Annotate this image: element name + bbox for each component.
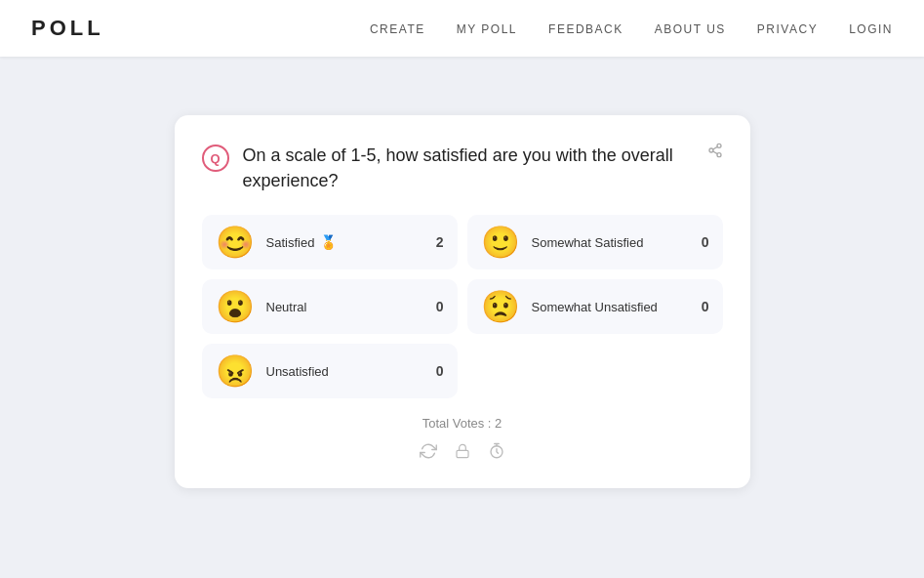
question-header: Q On a scale of 1-5, how satisfied are y… bbox=[202, 143, 723, 193]
svg-rect-5 bbox=[457, 451, 468, 458]
emoji-unsatisfied: 😠 bbox=[216, 355, 255, 387]
refresh-icon[interactable] bbox=[420, 442, 437, 465]
winner-badge-satisfied: 🏅 bbox=[320, 234, 337, 250]
count-somewhat-satisfied: 0 bbox=[702, 234, 709, 250]
nav-link-about-us[interactable]: ABOUT US bbox=[655, 22, 726, 36]
label-somewhat-satisfied: Somewhat Satisfied bbox=[532, 235, 644, 250]
timer-icon[interactable] bbox=[488, 442, 505, 465]
emoji-neutral: 😮 bbox=[216, 291, 255, 322]
label-wrap-neutral: Neutral bbox=[266, 300, 424, 314]
total-votes: Total Votes : 2 bbox=[202, 416, 723, 431]
main-content: Q On a scale of 1-5, how satisfied are y… bbox=[0, 57, 924, 527]
option-satisfied: 😊 Satisfied 🏅 2 bbox=[202, 215, 458, 269]
count-unsatisfied: 0 bbox=[436, 363, 444, 379]
options-grid: 😊 Satisfied 🏅 2 🙂 Somewhat Satisfied 0 😮 bbox=[202, 215, 723, 398]
svg-line-4 bbox=[712, 146, 717, 149]
poll-action-icons bbox=[202, 442, 723, 465]
label-wrap-somewhat-unsatisfied: Somewhat Unsatisfied bbox=[532, 300, 690, 314]
nav-link-my-poll[interactable]: MY POLL bbox=[457, 22, 517, 36]
label-somewhat-unsatisfied: Somewhat Unsatisfied bbox=[532, 300, 658, 314]
share-icon[interactable] bbox=[707, 143, 723, 162]
emoji-somewhat-satisfied: 🙂 bbox=[481, 227, 520, 258]
label-wrap-somewhat-satisfied: Somewhat Satisfied bbox=[532, 235, 690, 250]
nav-link-privacy[interactable]: PRIVACY bbox=[757, 22, 818, 36]
poll-card: Q On a scale of 1-5, how satisfied are y… bbox=[175, 115, 750, 488]
footer: Your Input is our Power: Help us Improve… bbox=[0, 566, 924, 578]
count-somewhat-unsatisfied: 0 bbox=[702, 299, 709, 314]
option-neutral: 😮 Neutral 0 bbox=[202, 279, 458, 334]
label-unsatisfied: Unsatisfied bbox=[266, 364, 329, 379]
lock-icon[interactable] bbox=[455, 442, 470, 465]
nav-links: CREATEMY POLLFEEDBACKABOUT USPRIVACYLOGI… bbox=[370, 20, 893, 37]
count-satisfied: 2 bbox=[436, 234, 444, 250]
count-neutral: 0 bbox=[436, 299, 444, 314]
emoji-somewhat-unsatisfied: 😟 bbox=[481, 291, 520, 322]
emoji-satisfied: 😊 bbox=[216, 227, 255, 258]
label-neutral: Neutral bbox=[266, 300, 307, 314]
poll-question: On a scale of 1-5, how satisfied are you… bbox=[243, 143, 723, 193]
label-wrap-satisfied: Satisfied 🏅 bbox=[266, 234, 424, 250]
site-logo: POLL bbox=[31, 16, 104, 41]
q-icon: Q bbox=[202, 144, 229, 172]
option-somewhat-unsatisfied: 😟 Somewhat Unsatisfied 0 bbox=[467, 279, 723, 334]
option-somewhat-satisfied: 🙂 Somewhat Satisfied 0 bbox=[467, 215, 723, 269]
label-wrap-unsatisfied: Unsatisfied bbox=[266, 364, 424, 379]
svg-line-3 bbox=[712, 151, 717, 154]
label-satisfied: Satisfied bbox=[266, 235, 315, 250]
nav-link-feedback[interactable]: FEEDBACK bbox=[548, 22, 623, 36]
nav-link-create[interactable]: CREATE bbox=[370, 22, 425, 36]
nav-link-login[interactable]: LOGIN bbox=[849, 22, 893, 36]
navbar: POLL CREATEMY POLLFEEDBACKABOUT USPRIVAC… bbox=[0, 0, 924, 57]
option-unsatisfied: 😠 Unsatisfied 0 bbox=[202, 344, 458, 398]
